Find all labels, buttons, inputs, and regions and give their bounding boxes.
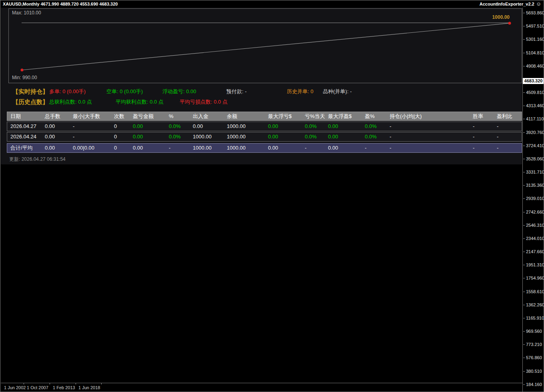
table-totals-cell: - bbox=[169, 144, 170, 152]
table-cell: 2026.04.24 bbox=[10, 132, 36, 141]
table-header-cell: 次数 bbox=[114, 112, 124, 120]
table-cell: 0.0% bbox=[169, 132, 181, 141]
price-axis-tick bbox=[523, 66, 525, 66]
table-cell: - bbox=[497, 122, 498, 131]
table-row: 2026.04.270.00-00.000.0%0.001000.000.000… bbox=[7, 122, 522, 131]
price-axis-tick bbox=[523, 13, 525, 13]
table-cell: 1000.00 bbox=[193, 132, 212, 141]
table-totals-row: 合计/平均0.000.00|0.0000.00-1000.001000.000.… bbox=[7, 143, 522, 153]
table-header-cell: 盈% bbox=[365, 112, 375, 120]
table-cell: 0.00 bbox=[328, 122, 338, 131]
price-axis-label: 4509.810 bbox=[526, 90, 544, 95]
price-axis-label: 3724.410 bbox=[526, 143, 544, 148]
price-axis-tick bbox=[523, 53, 525, 53]
price-axis-tick bbox=[523, 292, 525, 292]
time-axis-tick bbox=[50, 383, 50, 384]
table-cell: 0.00 bbox=[268, 122, 278, 131]
panel-field: 预付款: - bbox=[226, 88, 247, 95]
table-cell: 0.00 bbox=[45, 132, 55, 141]
table-cell: 0 bbox=[114, 122, 117, 131]
history-points-row: 【历史点数】总获利点数: 0.0 点平均获利点数: 0.0 点平均亏损点数: 0… bbox=[0, 98, 522, 106]
balance-chart-area[interactable]: Max: 1010.00 Min: 990.00 1000.00 bbox=[8, 8, 522, 83]
price-axis-label: 969.560 bbox=[526, 329, 542, 334]
balance-end-value-label: 1000.00 bbox=[492, 14, 510, 20]
panel-field: 平均亏损点数: 0.0 点 bbox=[180, 98, 228, 106]
table-totals-cell: 1000.00 bbox=[227, 144, 246, 152]
price-axis-label: 5497.510 bbox=[526, 24, 544, 28]
price-axis-label: 2742.660 bbox=[526, 210, 544, 214]
price-axis-label: 3920.760 bbox=[526, 130, 544, 135]
table-totals-cell: 0.00|0.00 bbox=[73, 144, 94, 152]
price-axis[interactable]: 4683.320 5693.8605497.5105301.1605104.81… bbox=[522, 8, 544, 392]
price-axis-label: 1362.260 bbox=[526, 302, 544, 307]
table-cell: 0.00 bbox=[133, 132, 143, 141]
price-axis-label: 1951.310 bbox=[526, 262, 544, 267]
price-axis-tick bbox=[523, 358, 525, 358]
price-axis-tick bbox=[523, 212, 525, 212]
table-totals-cell: - bbox=[473, 144, 474, 152]
panel-field: 品种(并单): - bbox=[323, 88, 352, 95]
history-points-header: 【历史点数】 bbox=[12, 98, 48, 106]
balance-line-chart bbox=[9, 9, 522, 83]
price-axis-tick bbox=[523, 305, 525, 305]
table-totals-cell: 1000.00 bbox=[193, 144, 212, 152]
table-totals-cell: - bbox=[497, 144, 498, 152]
table-cell: 0.0% bbox=[365, 132, 377, 141]
table-header-cell: 胜率 bbox=[473, 112, 483, 120]
table-cell: - bbox=[473, 122, 474, 131]
table-cell: 0.00 bbox=[193, 122, 203, 131]
price-axis-tick bbox=[523, 318, 525, 318]
table-header-cell: 总手数 bbox=[45, 112, 60, 120]
price-axis-tick bbox=[523, 172, 525, 172]
table-header-cell: 最小|大手数 bbox=[73, 112, 100, 120]
price-axis-label: 576.860 bbox=[526, 355, 542, 360]
price-axis-label: 4117.110 bbox=[526, 116, 544, 121]
price-axis-tick bbox=[523, 92, 525, 93]
table-totals-cell: - bbox=[305, 144, 306, 152]
price-axis-label: 773.210 bbox=[526, 342, 542, 347]
price-axis-tick bbox=[523, 371, 525, 372]
table-header-row: 日期总手数最小|大手数次数盈亏金额%出入金余额最大浮亏$亏%当天最大浮盈$盈%持… bbox=[7, 112, 522, 121]
last-update-timestamp: 更新: 2026.04.27 06:31:54 bbox=[9, 156, 66, 163]
price-axis-label: 5104.810 bbox=[526, 50, 544, 55]
current-price-box: 4683.320 bbox=[523, 78, 544, 84]
price-axis-tick bbox=[523, 278, 525, 278]
table-header-cell: 亏%当天 bbox=[305, 112, 325, 120]
table-cell: 0.00 bbox=[133, 122, 143, 131]
price-axis-tick bbox=[523, 331, 525, 332]
indicator-name: AccountInfoExporter_v2.2 bbox=[480, 2, 534, 6]
price-axis-label: 4908.460 bbox=[526, 64, 544, 68]
price-axis-tick bbox=[523, 265, 525, 265]
panel-field: 总获利点数: 0.0 点 bbox=[49, 98, 92, 106]
price-axis-label: 5693.860 bbox=[526, 10, 544, 15]
table-header-cell: 余额 bbox=[227, 112, 237, 120]
price-axis-label: 2939.010 bbox=[526, 196, 544, 201]
table-totals-cell: - bbox=[390, 144, 391, 152]
chart-title-bar: XAUUSD,Monthly 4671.990 4889.720 4553.69… bbox=[0, 0, 544, 8]
price-axis-tick bbox=[523, 198, 525, 199]
table-cell: - bbox=[473, 132, 474, 141]
price-axis-label: 2147.660 bbox=[526, 249, 544, 254]
smiley-icon[interactable]: ☺ bbox=[536, 2, 541, 6]
price-axis-tick bbox=[523, 384, 525, 385]
price-axis-label: 380.510 bbox=[526, 369, 542, 374]
time-axis[interactable]: 1 Jun 20021 Oct 20071 Feb 20131 Jun 2018 bbox=[1, 383, 522, 392]
price-axis-label: 2546.310 bbox=[526, 223, 544, 228]
table-cell: 0.0% bbox=[365, 122, 377, 131]
table-totals-cell: - bbox=[365, 144, 366, 152]
table-cell: 1000.00 bbox=[227, 132, 246, 141]
table-cell: - bbox=[73, 122, 74, 131]
price-axis-tick bbox=[523, 106, 525, 106]
panel-field: 平均获利点数: 0.0 点 bbox=[116, 98, 164, 106]
table-cell: - bbox=[390, 132, 391, 141]
price-axis-label: 3331.710 bbox=[526, 170, 544, 174]
price-axis-tick bbox=[523, 159, 525, 159]
price-axis-tick bbox=[523, 344, 525, 345]
price-axis-label: 1165.910 bbox=[526, 316, 544, 320]
table-cell: 0.00 bbox=[328, 132, 338, 141]
price-axis-label: 5301.160 bbox=[526, 37, 544, 42]
table-row: 2026.04.240.00-00.000.0%1000.001000.000.… bbox=[7, 132, 522, 142]
time-axis-label: 1 Jun 2018 bbox=[78, 385, 100, 390]
panel-field: 历史并单: 0 bbox=[287, 88, 313, 95]
table-cell: 2026.04.27 bbox=[10, 122, 36, 131]
